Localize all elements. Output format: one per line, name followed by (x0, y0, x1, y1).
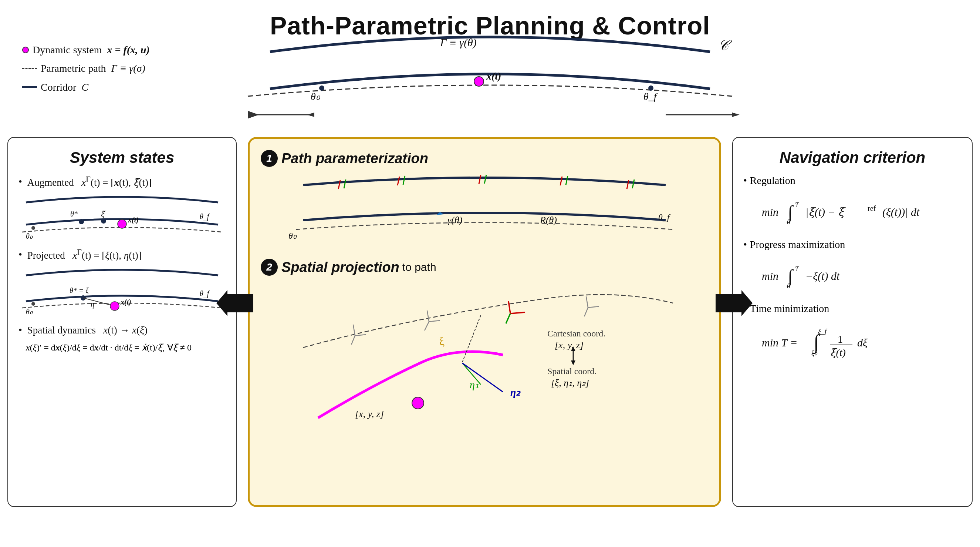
svg-text:Cartesian coord.: Cartesian coord. (547, 329, 605, 338)
svg-line-56 (510, 313, 525, 314)
svg-text:θ_f: θ_f (643, 91, 658, 102)
system-states-title: System states (19, 149, 226, 167)
svg-point-14 (101, 218, 106, 223)
svg-text:[ξ, η₁, η₂]: [ξ, η₁, η₂] (551, 378, 589, 388)
svg-text:ξ_f: ξ_f (818, 327, 828, 335)
section1-number: 1 (261, 150, 278, 167)
svg-line-40 (566, 176, 568, 185)
svg-text:ξ: ξ (438, 335, 445, 348)
svg-line-55 (509, 301, 510, 314)
svg-text:θ_f: θ_f (200, 289, 210, 298)
dynamics-equation: x(ξ)′ = dx(ξ)/dξ = dx/dt · dt/dξ = ẋ(t)/… (26, 340, 226, 354)
svg-text:R(θ): R(θ) (539, 215, 557, 225)
svg-text:θ₀: θ₀ (311, 91, 321, 102)
panel-navigation-criterion: Navigation criterion • Regulation min ∫ … (732, 137, 973, 507)
svg-line-42 (632, 180, 634, 188)
svg-line-51 (351, 336, 355, 344)
svg-line-54 (425, 322, 429, 330)
svg-text:Spatial coord.: Spatial coord. (547, 367, 597, 376)
svg-text:θ* = ξ: θ* = ξ (70, 287, 89, 295)
panel-system-states: System states • Augmented xΓ(t) = [x(t),… (7, 137, 237, 507)
svg-point-6 (474, 77, 484, 86)
section1-title: Path parameterization (282, 151, 428, 167)
projected-diagram: θ* = ξ θ_f θ₀ η x(t) (19, 264, 226, 317)
svg-line-58 (586, 297, 588, 308)
svg-text:η: η (91, 300, 94, 309)
svg-point-4 (648, 86, 654, 91)
svg-text:x(t): x(t) (486, 70, 501, 82)
augmented-diagram: θ* ξ̃ θ_f θ₀ x(t) (19, 191, 226, 241)
svg-point-25 (32, 302, 35, 306)
svg-text:min: min (762, 270, 778, 282)
section2-subtitle: to path (402, 261, 436, 273)
legend-corridor: Corridor C (22, 78, 150, 97)
svg-text:θ₀: θ₀ (26, 308, 33, 316)
progress-label: Progress maximization (750, 239, 845, 250)
svg-text:dξ: dξ (857, 336, 867, 349)
svg-line-53 (429, 321, 440, 322)
svg-marker-11 (307, 113, 314, 117)
svg-text:x(t): x(t) (120, 298, 131, 306)
svg-text:(ξ(t))| dt: (ξ(t))| dt (882, 206, 920, 218)
svg-marker-32 (716, 290, 752, 316)
svg-text:ξ̇(t): ξ̇(t) (830, 347, 846, 358)
section2-title: Spatial projection (282, 260, 399, 275)
regulation-formula: min ∫ 0 T |ξ̇(t) − ξ̇ ref (ξ(t))| dt (758, 192, 961, 228)
svg-line-59 (588, 306, 599, 308)
corridor-icon (22, 86, 37, 88)
progress-formula: min ∫ 0 T −ξ(t) dt (758, 256, 961, 292)
svg-text:[x, y, z]: [x, y, z] (355, 408, 384, 419)
arrow-to-left (216, 290, 253, 317)
svg-text:θ_f: θ_f (658, 212, 671, 222)
svg-point-20 (118, 220, 126, 228)
legend-dynamic-system: Dynamic system x = f(x, u) (22, 41, 150, 59)
svg-line-50 (355, 335, 366, 336)
svg-point-66 (412, 397, 424, 409)
svg-text:η₂: η₂ (510, 386, 521, 398)
nav-progress: • Progress maximization min ∫ 0 T −ξ(t) … (743, 239, 961, 292)
svg-text:T: T (795, 265, 800, 273)
svg-text:ξ₀: ξ₀ (811, 349, 818, 357)
section2-header: 2 Spatial projection to path (261, 259, 708, 276)
svg-line-61 (462, 315, 481, 362)
svg-point-13 (79, 219, 84, 224)
top-path-diagram: Γ ≡ γ(θ) 𝒞 θ₀ θ_f x(t) (240, 30, 740, 126)
svg-text:1: 1 (838, 333, 843, 345)
svg-point-2 (319, 86, 325, 91)
state-projected: • Projected xΓ(t) = [ξ(t), η(t)] θ* = ξ … (19, 247, 226, 317)
time-label: Time minimization (750, 303, 829, 314)
nav-time: • Time minimization min T = ∫ ξ₀ ξ_f 1 ξ… (743, 303, 961, 363)
legend-corridor-label: Corridor C (41, 78, 88, 97)
svg-text:θ₀: θ₀ (26, 232, 33, 239)
svg-text:θ*: θ* (70, 210, 78, 218)
legend-dynamic-label: Dynamic system x = f(x, u) (33, 41, 150, 59)
legend: Dynamic system x = f(x, u) Parametric pa… (22, 41, 150, 97)
svg-line-37 (479, 175, 481, 184)
legend-path-label: Parametric path Γ ≡ γ(σ) (41, 59, 145, 78)
svg-text:θ_f: θ_f (200, 212, 210, 221)
section2-number: 2 (261, 259, 278, 276)
svg-text:T: T (795, 201, 800, 209)
svg-text:0: 0 (787, 218, 790, 225)
svg-marker-72 (571, 360, 576, 365)
navigation-criterion-title: Navigation criterion (743, 149, 961, 167)
svg-line-52 (427, 311, 429, 322)
section1-header: 1 Path parameterization (261, 150, 708, 167)
svg-line-60 (584, 308, 588, 316)
time-formula: min T = ∫ ξ₀ ξ_f 1 ξ̇(t) dξ (758, 320, 961, 363)
panels-row: System states • Augmented xΓ(t) = [x(t),… (7, 137, 973, 507)
svg-text:𝒞: 𝒞 (718, 37, 732, 53)
svg-point-18 (32, 226, 35, 230)
nav-regulation: • Regulation min ∫ 0 T |ξ̇(t) − ξ̇ ref (… (743, 175, 961, 228)
svg-line-35 (398, 177, 399, 185)
svg-marker-31 (216, 290, 253, 316)
svg-text:γ(θ): γ(θ) (447, 215, 462, 225)
svg-text:ξ̃: ξ̃ (100, 210, 106, 218)
state-augmented: • Augmented xΓ(t) = [x(t), ξ̃(t)] θ* ξ̃ … (19, 175, 226, 241)
svg-text:Γ ≡ γ(θ): Γ ≡ γ(θ) (440, 36, 477, 49)
spatial-diagram: ξ η₁ (261, 281, 708, 421)
dynamic-system-icon (22, 47, 29, 53)
parametric-path-icon (22, 68, 37, 69)
regulation-label: Regulation (750, 175, 795, 187)
svg-point-29 (110, 301, 119, 311)
